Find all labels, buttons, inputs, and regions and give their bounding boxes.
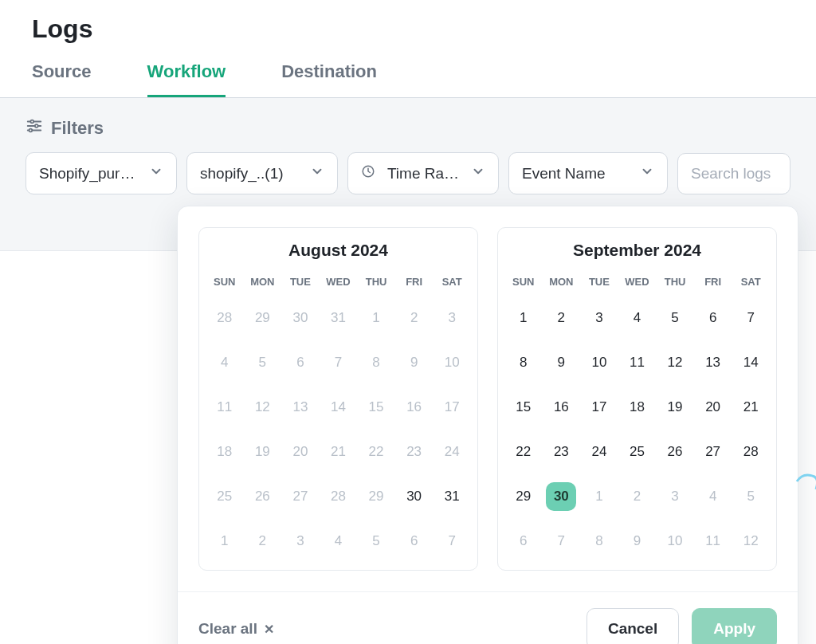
svg-point-5 xyxy=(29,129,33,132)
calendar-day[interactable]: 30 xyxy=(395,474,434,519)
calendar-day[interactable]: 16 xyxy=(543,385,581,430)
calendar-day[interactable]: 20 xyxy=(281,430,320,474)
close-icon: ✕ xyxy=(264,622,274,637)
calendar-day[interactable]: 4 xyxy=(618,296,657,340)
calendar-day[interactable]: 4 xyxy=(320,519,358,564)
calendar-day[interactable]: 18 xyxy=(618,385,657,430)
calendar-day[interactable]: 8 xyxy=(580,519,618,564)
calendar-day[interactable]: 19 xyxy=(244,430,282,474)
calendar-day[interactable]: 25 xyxy=(206,474,244,519)
calendar-day[interactable]: 7 xyxy=(320,340,358,385)
calendar-day[interactable]: 2 xyxy=(395,296,434,340)
calendar-day[interactable]: 25 xyxy=(618,430,657,474)
calendar-day[interactable]: 5 xyxy=(656,296,694,340)
calendar-day[interactable]: 30 xyxy=(281,296,320,340)
calendar-day[interactable]: 28 xyxy=(320,474,358,519)
calendar-day[interactable]: 6 xyxy=(504,519,543,564)
calendar-day[interactable]: 30 xyxy=(543,474,581,519)
calendar-day[interactable]: 5 xyxy=(244,340,282,385)
calendar-day[interactable]: 23 xyxy=(543,430,581,474)
calendar-day[interactable]: 3 xyxy=(281,519,320,564)
calendar-day[interactable]: 26 xyxy=(656,430,694,474)
tab-source[interactable]: Source xyxy=(32,53,92,97)
calendar-day[interactable]: 17 xyxy=(580,385,618,430)
tab-workflow[interactable]: Workflow xyxy=(147,53,226,97)
calendar-day[interactable]: 29 xyxy=(357,474,395,519)
calendar-day[interactable]: 1 xyxy=(206,519,244,564)
calendar-day[interactable]: 9 xyxy=(618,519,657,564)
filter-dropdown[interactable]: Event Name xyxy=(508,152,668,194)
calendar-day[interactable]: 15 xyxy=(357,385,395,430)
filter-dropdown[interactable]: shopify_..(1) xyxy=(186,152,338,194)
calendar-day[interactable]: 13 xyxy=(281,385,320,430)
calendar-day[interactable]: 10 xyxy=(656,519,694,564)
calendar-day[interactable]: 28 xyxy=(206,296,244,340)
calendar-day[interactable]: 14 xyxy=(320,385,358,430)
calendar-day[interactable]: 26 xyxy=(244,474,282,519)
calendar-day[interactable]: 9 xyxy=(395,340,434,385)
calendar-day[interactable]: 6 xyxy=(281,340,320,385)
calendar-day[interactable]: 16 xyxy=(395,385,434,430)
calendar-day[interactable]: 12 xyxy=(244,385,282,430)
calendar-day[interactable]: 18 xyxy=(206,430,244,474)
calendar-day[interactable]: 9 xyxy=(543,340,581,385)
calendar-day[interactable]: 22 xyxy=(504,430,543,474)
calendar-day[interactable]: 6 xyxy=(694,296,732,340)
calendar-day[interactable]: 7 xyxy=(433,519,471,564)
calendar-day[interactable]: 14 xyxy=(732,340,770,385)
calendar-day[interactable]: 13 xyxy=(694,340,732,385)
calendar-day[interactable]: 29 xyxy=(504,474,543,519)
calendar-day[interactable]: 1 xyxy=(357,296,395,340)
calendar-day[interactable]: 8 xyxy=(357,340,395,385)
filter-dropdown[interactable]: Time Ra… xyxy=(347,152,499,194)
calendar-day[interactable]: 4 xyxy=(206,340,244,385)
calendar-day[interactable]: 2 xyxy=(543,296,581,340)
calendar-day[interactable]: 31 xyxy=(320,296,358,340)
calendar-day[interactable]: 5 xyxy=(357,519,395,564)
calendar-day[interactable]: 21 xyxy=(732,385,770,430)
calendar-title: August 2024 xyxy=(206,241,471,260)
svg-point-3 xyxy=(35,124,38,128)
calendar-day[interactable]: 20 xyxy=(694,385,732,430)
calendar-day[interactable]: 23 xyxy=(395,430,434,474)
calendar-day[interactable]: 15 xyxy=(504,385,543,430)
clear-all-button[interactable]: Clear all ✕ xyxy=(198,620,274,638)
calendar-day[interactable]: 10 xyxy=(580,340,618,385)
calendar-day[interactable]: 21 xyxy=(320,430,358,474)
calendar-day[interactable]: 2 xyxy=(244,519,282,564)
calendar-day[interactable]: 31 xyxy=(433,474,471,519)
calendar-day[interactable]: 24 xyxy=(580,430,618,474)
calendar-day[interactable]: 28 xyxy=(732,430,770,474)
tab-destination[interactable]: Destination xyxy=(281,53,377,97)
search-input[interactable]: Search logs xyxy=(677,153,790,194)
calendar-day[interactable]: 5 xyxy=(732,474,770,519)
calendar-day[interactable]: 10 xyxy=(433,340,471,385)
calendar-day[interactable]: 3 xyxy=(433,296,471,340)
calendar-day[interactable]: 3 xyxy=(656,474,694,519)
calendar-day[interactable]: 27 xyxy=(694,430,732,474)
calendar-day[interactable]: 19 xyxy=(656,385,694,430)
calendar-day[interactable]: 12 xyxy=(732,519,770,564)
calendar-day[interactable]: 24 xyxy=(433,430,471,474)
calendar-day[interactable]: 1 xyxy=(580,474,618,519)
calendar-day[interactable]: 12 xyxy=(656,340,694,385)
calendar-day[interactable]: 7 xyxy=(732,296,770,340)
calendar-day[interactable]: 7 xyxy=(543,519,581,564)
calendar-day[interactable]: 17 xyxy=(433,385,471,430)
calendar-day[interactable]: 27 xyxy=(281,474,320,519)
calendar-day[interactable]: 29 xyxy=(244,296,282,340)
apply-button[interactable]: Apply xyxy=(692,608,777,644)
calendar-day[interactable]: 22 xyxy=(357,430,395,474)
calendar-day[interactable]: 1 xyxy=(504,296,543,340)
cancel-button[interactable]: Cancel xyxy=(586,608,679,644)
calendar-day[interactable]: 3 xyxy=(580,296,618,340)
calendar-day[interactable]: 2 xyxy=(618,474,657,519)
calendar-day[interactable]: 4 xyxy=(694,474,732,519)
filter-dropdown[interactable]: Shopify_pur… xyxy=(26,152,177,194)
calendar-day[interactable]: 8 xyxy=(504,340,543,385)
decorative-blob xyxy=(795,470,816,494)
calendar-day[interactable]: 11 xyxy=(618,340,657,385)
calendar-day[interactable]: 11 xyxy=(206,385,244,430)
calendar-day[interactable]: 6 xyxy=(395,519,434,564)
calendar-day[interactable]: 11 xyxy=(694,519,732,564)
